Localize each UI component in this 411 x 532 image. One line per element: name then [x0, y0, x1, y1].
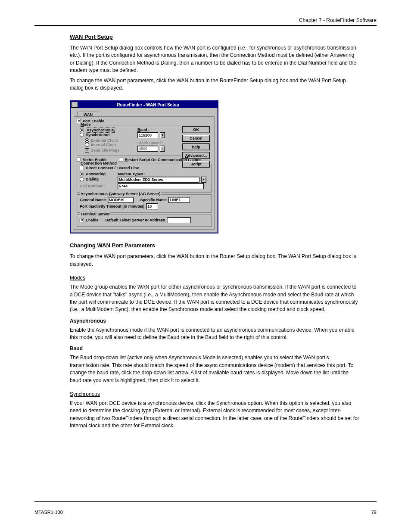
idle-flags-checkbox	[85, 148, 89, 152]
baud-dropdown-icon[interactable]: ▾	[160, 132, 165, 138]
specific-name-label: Specific Name	[140, 198, 167, 202]
section-title-wan: WAN Port Setup	[70, 34, 377, 40]
baud-heading: Baud	[70, 345, 377, 352]
general-name-field[interactable]: MODEM	[108, 197, 134, 203]
footer-page-number: 79	[371, 510, 377, 515]
timeout-label: Port Inactivity Timeout (in minutes)	[80, 204, 144, 208]
clock-dropdown-icon: ▾	[160, 146, 165, 152]
dialog-title: RouteFinder - WAN Port Setup	[78, 103, 218, 107]
para-intro-2: To change the WAN port parameters, click…	[70, 77, 359, 92]
para-intro-1: The WAN Port Setup dialog box controls h…	[70, 44, 359, 75]
modem-type-field[interactable]: MultiModem ZDX Series	[118, 177, 199, 183]
specific-name-field[interactable]: LINE1	[168, 197, 190, 203]
baud-field[interactable]: 115200	[137, 132, 158, 138]
int-clock-radio	[85, 143, 89, 147]
mode-group-label: Mode	[80, 122, 92, 127]
wan-port-setup-dialog: — RouteFinder - WAN Port Setup WAN OK Ca…	[70, 100, 218, 233]
para-modes: The Mode group enables the WAN port for …	[70, 283, 359, 314]
section-title-changing: Changing WAN Port Parameters	[70, 242, 377, 249]
sync-radio[interactable]	[80, 133, 84, 137]
telnet-ip-field[interactable]	[167, 217, 191, 223]
para-baud: The Baud drop-down list (active only whe…	[70, 354, 359, 384]
para-sync: If your WAN port DCE device is a synchro…	[70, 400, 359, 430]
dial-number-label: Dial Number :	[80, 184, 116, 188]
dial-number-field[interactable]: 5744	[118, 183, 204, 189]
cancel-button[interactable]: Cancel	[182, 135, 210, 142]
general-name-label: General Name	[80, 198, 106, 202]
ag-server-label: Asynchronous Gateway Server (AG Server)	[80, 192, 162, 196]
modes-heading: Modes	[70, 275, 377, 281]
clock-speed-label: Clock Speed :	[137, 141, 176, 145]
para-async: Enable the Asynchronous mode if the WAN …	[70, 327, 359, 342]
ext-clock-radio	[85, 138, 89, 143]
page-header: Chapter 7 - RouteFinder Software	[299, 17, 377, 23]
dialing-radio[interactable]	[80, 177, 84, 181]
ok-button[interactable]: OK	[182, 126, 210, 133]
modem-type-dropdown-icon[interactable]: ▾	[201, 177, 206, 183]
sync-heading: Synchronous	[70, 391, 377, 397]
baud-label: Baud :	[137, 128, 176, 132]
advanced-button[interactable]: Advanced...	[182, 152, 210, 159]
telnet-ip-label: Default Telnet Server IP Address	[106, 218, 165, 222]
answering-radio[interactable]	[80, 172, 84, 176]
modem-types-label: Modem Types :	[118, 172, 146, 176]
timeout-field[interactable]: 10	[146, 203, 158, 209]
terminal-enable-checkbox[interactable]	[80, 218, 84, 222]
help-button[interactable]: Help	[182, 143, 210, 150]
system-menu-icon[interactable]: —	[71, 102, 78, 108]
clock-speed-field: 4800	[137, 146, 158, 152]
terminal-server-label: Terminal Server	[80, 212, 110, 216]
async-heading: Asynchronous	[70, 318, 377, 324]
async-radio[interactable]	[80, 128, 84, 132]
para-changing: To change the WAN port parameters, click…	[70, 253, 359, 268]
connection-method-label: Connection Method	[80, 161, 118, 165]
footer-left: MTASR1-100	[34, 510, 63, 515]
restart-script-checkbox[interactable]	[119, 158, 123, 162]
direct-connect-checkbox[interactable]	[80, 166, 84, 170]
